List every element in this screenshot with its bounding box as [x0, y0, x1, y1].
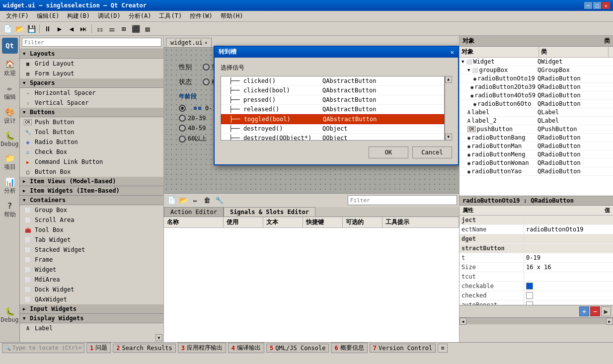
menu-file[interactable]: 文件(F) [2, 11, 33, 21]
status-vc[interactable]: 7 Version Control [370, 344, 436, 353]
dialog-ok-button[interactable]: OK [369, 146, 408, 158]
dialog-close-btn[interactable]: ✕ [451, 49, 454, 56]
prop-checkable-val[interactable] [524, 282, 613, 291]
toolbar-layout[interactable]: ⊞ [118, 23, 129, 34]
widget-v-spacer[interactable]: ↕ Vertical Spacer [20, 98, 163, 108]
sidebar-help[interactable]: ? 帮助 [1, 199, 19, 221]
tree-widget-expand[interactable]: ▼ [461, 59, 464, 64]
signal-row-clicked[interactable]: ├── clicked() QAbstractButton [221, 76, 444, 86]
tree-radio-bang[interactable]: ◉ radioButtonBang QRadioButton [460, 134, 613, 142]
signal-row-toggled[interactable]: ├── toggled(bool) QAbstractButton [221, 114, 444, 124]
sidebar-analyze[interactable]: 📊 分析 [1, 175, 19, 197]
designer-tab-close[interactable]: ✕ [205, 40, 207, 45]
widget-dock-widget[interactable]: ⬜ Dock Widget [20, 285, 163, 294]
scroll-down-arrow[interactable]: ▼ [445, 134, 452, 141]
collapse-containers[interactable]: ▼ [23, 198, 28, 203]
prop-checked-val[interactable] [524, 291, 613, 300]
action-delete[interactable]: 🗑 [202, 195, 213, 206]
tree-radio-20-39[interactable]: ◉ radioButton2Oto39 QRadioButton [460, 83, 613, 91]
toolbar-btn2[interactable]: ▶ [54, 23, 65, 34]
sidebar-project[interactable]: 📁 项目 [1, 151, 19, 173]
scroll-right-btn[interactable]: ▶ [606, 318, 613, 325]
widget-radio-button[interactable]: ◉ Radio Button [20, 137, 163, 147]
menu-tools[interactable]: 工具(T) [155, 11, 186, 21]
form-canvas[interactable]: 性别 男 女 状态 [164, 48, 459, 193]
tree-pushbutton[interactable]: OK pushButton QPushButton [460, 125, 613, 134]
toolbar-preview[interactable]: ▤ [142, 23, 153, 34]
menu-widget[interactable]: 控件(W) [186, 11, 217, 21]
status-qml[interactable]: 5 QML/JS Console [266, 344, 329, 353]
status-build[interactable]: 4 编译输出 [228, 343, 264, 353]
widget-label[interactable]: A Label [20, 323, 163, 333]
maximize-button[interactable]: □ [593, 2, 601, 9]
tree-radio-woman[interactable]: ◉ radioButtonWoman QRadioButton [460, 159, 613, 167]
dialog-cancel-button[interactable]: Cancel [412, 146, 452, 158]
menu-analyze[interactable]: 分析(A) [125, 11, 155, 21]
signal-row-destroyed[interactable]: ├── destroyed() QObject [221, 124, 444, 134]
signal-row-released[interactable]: ├── released() QAbstractButton [221, 105, 444, 114]
toolbar-btn4[interactable]: ⏭ [78, 23, 89, 34]
toolbar-grid[interactable]: ⚏ [94, 23, 105, 34]
collapse-input[interactable]: ▶ [23, 306, 28, 311]
scroll-up-arrow[interactable]: ▲ [445, 76, 452, 83]
widget-filter-input[interactable] [22, 38, 161, 47]
sidebar-edit[interactable]: ✏ 编辑 [1, 81, 19, 103]
widget-button-box[interactable]: □ Button Box [20, 167, 163, 177]
menu-build[interactable]: 构建(B) [63, 11, 94, 21]
prop-autorepeat-val[interactable] [524, 300, 613, 305]
scroll-track-h[interactable] [466, 318, 606, 324]
signal-row-clicked-bool[interactable]: ├── clicked(bool) QAbstractButton [221, 86, 444, 95]
signal-scrollbar[interactable]: ▲ ▼ [445, 76, 453, 141]
designer-tab-widget[interactable]: widget.ui ✕ [166, 38, 212, 47]
tab-signals-slots[interactable]: Signals & Slots Editor [224, 207, 315, 217]
prop-checkable-checkbox[interactable] [526, 283, 533, 290]
toolbar-align[interactable]: ⚌ [106, 23, 117, 34]
widget-tool-box[interactable]: 🧰 Tool Box [20, 225, 163, 235]
collapse-buttons[interactable]: ▼ [23, 110, 28, 115]
object-tree[interactable]: 对象 类 ▼ ⬜ Widget QWidget [460, 47, 613, 196]
toolbar-save[interactable]: 💾 [26, 23, 37, 34]
locate-input[interactable] [12, 344, 82, 352]
tree-label2[interactable]: A label_2 QLabel [460, 117, 613, 125]
widget-grid-layout[interactable]: ▦ Grid Layout [20, 59, 163, 69]
scroll-right[interactable]: ▶ [601, 306, 611, 316]
signal-row-destroyed-obj[interactable]: ├── destroyed(QObject*) QObject [221, 134, 444, 141]
menu-edit[interactable]: 编辑(E) [33, 11, 64, 21]
tab-action-editor[interactable]: Action Editor [164, 207, 224, 217]
menu-help[interactable]: 帮助(H) [217, 11, 247, 21]
widget-check-box[interactable]: ☑ Check Box [20, 147, 163, 157]
sidebar-design[interactable]: 🎨 设计 [1, 105, 19, 127]
add-button[interactable]: + [579, 306, 589, 316]
widget-mdi-area[interactable]: ⬜ MdiArea [20, 275, 163, 285]
action-wrench[interactable]: 🔧 [214, 195, 225, 206]
sidebar-debug[interactable]: 🐛 Debug [1, 129, 19, 149]
sidebar-welcome[interactable]: 🏠 欢迎 [1, 58, 19, 79]
collapse-item-widgets[interactable]: ▶ [23, 188, 28, 193]
signal-list[interactable]: ├── clicked() QAbstractButton ├── clicke… [221, 76, 445, 141]
tree-label[interactable]: A label QLabel [460, 108, 613, 117]
prop-checked-checkbox[interactable] [526, 292, 533, 299]
widget-scroll-down[interactable]: ▼ [155, 334, 162, 341]
status-summary[interactable]: 6 概要信息 [331, 343, 367, 353]
widget-frame[interactable]: ⬜ Frame [20, 255, 163, 265]
status-search[interactable]: 2 Search Results [113, 344, 175, 353]
collapse-display[interactable]: ▼ [23, 316, 28, 321]
remove-button[interactable]: − [590, 306, 600, 316]
collapse-spacers[interactable]: ▼ [23, 80, 28, 85]
tree-radio-60[interactable]: ◉ radioButton6Oto QRadioButton [460, 100, 613, 108]
status-issues[interactable]: 1 问题 [86, 343, 111, 353]
toolbar-break[interactable]: ⬛ [130, 23, 141, 34]
status-appout[interactable]: 3 应用程序输出 [178, 343, 226, 353]
scroll-left-btn[interactable]: ◀ [460, 318, 466, 325]
tree-radio-40-59[interactable]: ◉ radioButton4Oto59 QRadioButton [460, 91, 613, 100]
widget-widget[interactable]: ⬜ Widget [20, 265, 163, 275]
action-new[interactable]: 📄 [166, 195, 177, 206]
widget-tool-button[interactable]: 🔧 Tool Button [20, 127, 163, 137]
collapse-item-views[interactable]: ▶ [23, 179, 28, 184]
widget-push-button[interactable]: OK Push Button [20, 117, 163, 127]
widget-qax[interactable]: ⬜ QAxWidget [20, 294, 163, 304]
prop-autorepeat-checkbox[interactable] [526, 301, 533, 305]
widget-form-layout[interactable]: ▤ Form Layout [20, 69, 163, 78]
tree-groupbox-expand[interactable]: ▼ [467, 68, 470, 73]
menu-debug[interactable]: 调试(D) [94, 11, 125, 21]
